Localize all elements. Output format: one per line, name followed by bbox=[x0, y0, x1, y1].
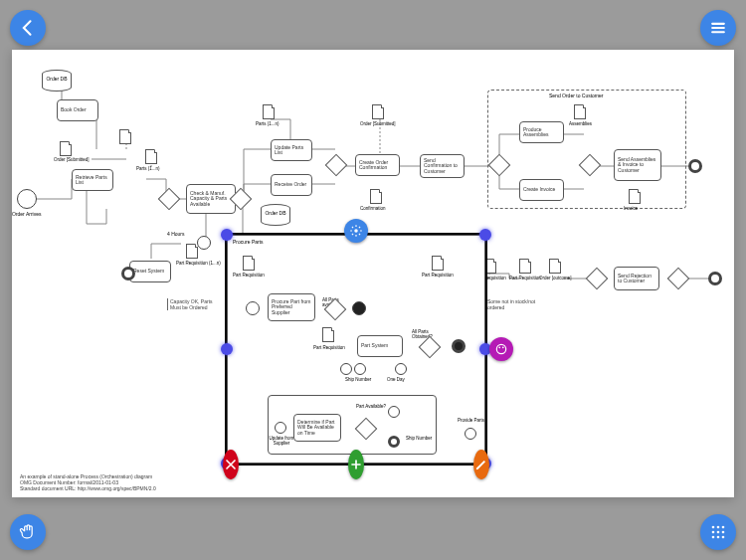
subsub-task-determine[interactable]: Determine if Part Will Be Available on T… bbox=[293, 414, 341, 442]
label: Invoice bbox=[624, 206, 638, 211]
data-invoice[interactable] bbox=[629, 189, 641, 204]
annotation-capacity: Capacity OK, Parts Must be Ordered bbox=[167, 298, 217, 310]
svg-point-5 bbox=[722, 531, 725, 534]
data-order-submitted[interactable] bbox=[60, 141, 72, 156]
task-create-invoice[interactable]: Create Invoice bbox=[519, 179, 564, 201]
label: Part Available? bbox=[356, 404, 386, 409]
data-assemblies[interactable] bbox=[574, 104, 586, 119]
svg-point-4 bbox=[717, 531, 720, 534]
data-part-req-bottom[interactable] bbox=[484, 259, 496, 274]
task-send-rejection[interactable]: Send Rejection to Customer bbox=[614, 267, 659, 290]
group-label: Send Order to Customer bbox=[549, 93, 603, 98]
subsub-end-no[interactable] bbox=[388, 436, 400, 448]
data-confirmation[interactable] bbox=[370, 189, 382, 204]
data-parts-1n[interactable] bbox=[145, 149, 157, 164]
text: Update Parts List bbox=[275, 145, 308, 156]
task-check-manuf[interactable]: Check & Manuf. Capacity & Parts Availabl… bbox=[186, 184, 236, 214]
task-receive-order[interactable]: Receive Order bbox=[271, 174, 312, 196]
menu-button[interactable] bbox=[700, 10, 736, 46]
text: Retrieve Parts List bbox=[76, 175, 109, 186]
text: Reset System bbox=[133, 269, 164, 275]
sub-end-avail[interactable] bbox=[352, 301, 366, 315]
sub-gateway-obtained[interactable] bbox=[419, 336, 442, 359]
data-order-outcome[interactable] bbox=[549, 259, 561, 274]
label: Part Requisition bbox=[509, 276, 541, 280]
label: Part Requisition bbox=[233, 273, 265, 278]
end-event-reset[interactable] bbox=[121, 267, 135, 280]
data-part-req[interactable] bbox=[186, 244, 198, 259]
end-event-sent[interactable] bbox=[688, 159, 702, 173]
hand-icon bbox=[18, 522, 38, 542]
start-event[interactable] bbox=[17, 189, 37, 209]
task-book-order[interactable]: Book Order bbox=[57, 99, 98, 121]
datastore-order-db-2[interactable]: Order DB bbox=[261, 204, 290, 226]
timer-label: 4 Hours bbox=[167, 231, 185, 237]
svg-point-0 bbox=[712, 526, 715, 529]
sub-end-obtained[interactable] bbox=[452, 339, 466, 353]
data-part-req-bottom-2[interactable] bbox=[519, 259, 531, 274]
data-parts[interactable] bbox=[119, 129, 131, 144]
annotation-some-not: Some not in stock/not ordered bbox=[484, 298, 539, 310]
label: Order [Submitted] bbox=[360, 121, 396, 126]
text: Send Confirmation to Customer bbox=[424, 158, 461, 175]
footnote: An example of stand-alone Process (Orche… bbox=[20, 473, 156, 491]
back-button[interactable] bbox=[10, 10, 46, 46]
task-reset-system[interactable]: Reset System bbox=[129, 261, 171, 282]
bpmn-diagram: Order DB Order Arrives Book Order Retrie… bbox=[12, 50, 734, 497]
sub-timer-oneday[interactable] bbox=[395, 363, 407, 375]
sub-data-part-req-r[interactable] bbox=[432, 256, 444, 271]
sub-start[interactable] bbox=[246, 301, 260, 315]
text: Order DB bbox=[46, 76, 67, 82]
text: Procure Part from Preferred Supplier bbox=[272, 299, 311, 316]
data-order-submitted-2[interactable] bbox=[372, 104, 384, 119]
text: Order DB bbox=[265, 210, 285, 216]
text: Check & Manuf. Capacity & Parts Availabl… bbox=[190, 191, 232, 208]
sub-data-req[interactable] bbox=[243, 256, 255, 271]
sub-task-procure-pref[interactable]: Procure Part from Preferred Supplier bbox=[268, 293, 315, 321]
svg-point-2 bbox=[722, 526, 725, 529]
subsub-end-yes[interactable] bbox=[388, 406, 400, 418]
subsub-start[interactable] bbox=[275, 422, 286, 434]
task-produce-assy[interactable]: Produce Assemblies bbox=[519, 121, 564, 143]
menu-icon bbox=[708, 18, 728, 38]
start-event-label: Order Arrives bbox=[12, 211, 41, 217]
svg-point-3 bbox=[712, 531, 715, 534]
diagram-canvas[interactable]: Order DB Order Arrives Book Order Retrie… bbox=[12, 50, 734, 497]
subsub-gateway[interactable] bbox=[355, 418, 378, 441]
end-event-reject[interactable] bbox=[708, 272, 722, 285]
svg-point-8 bbox=[722, 536, 725, 539]
label: Part Requisition bbox=[422, 273, 454, 278]
grid-button[interactable] bbox=[700, 514, 736, 550]
label: Confirmation bbox=[360, 206, 386, 211]
sub-msg-event[interactable] bbox=[340, 363, 352, 375]
text: Create Order Confirmation bbox=[359, 160, 396, 171]
text: Part System bbox=[361, 343, 388, 349]
grid-icon bbox=[708, 522, 728, 542]
data-parts-mid[interactable] bbox=[263, 104, 275, 119]
task-retrieve-parts[interactable]: Retrieve Parts List bbox=[72, 169, 113, 191]
svg-point-1 bbox=[717, 526, 720, 529]
datastore-order-db[interactable]: Order DB bbox=[42, 70, 72, 92]
svg-point-7 bbox=[717, 536, 720, 539]
timer-event[interactable] bbox=[197, 236, 211, 250]
task-create-conf[interactable]: Create Order Confirmation bbox=[355, 154, 400, 176]
subprocess-procure-parts[interactable]: Procure Parts Part Requisition Procure P… bbox=[227, 235, 485, 464]
task-send-conf[interactable]: Send Confirmation to Customer bbox=[420, 154, 465, 178]
text: Determine if Part Will Be Available on T… bbox=[297, 420, 337, 437]
hand-tool-button[interactable] bbox=[10, 514, 46, 550]
text: Book Order bbox=[61, 107, 87, 113]
sub-task-part-system[interactable]: Part System bbox=[357, 335, 403, 357]
sub-timer[interactable] bbox=[354, 363, 366, 375]
sub-data-part-req[interactable] bbox=[322, 327, 334, 342]
text: Receive Order bbox=[275, 182, 306, 188]
subprocess-label: Procure Parts bbox=[233, 239, 264, 245]
catch-event-provide-parts[interactable] bbox=[465, 428, 476, 440]
label: Part Requisition bbox=[313, 345, 345, 350]
task-update-parts[interactable]: Update Parts List bbox=[271, 139, 312, 161]
label: Ship Number bbox=[345, 377, 371, 382]
label: Parts (1...n) bbox=[256, 121, 280, 126]
sub-subprocess[interactable]: Update from Supplier Determine if Part W… bbox=[268, 395, 437, 455]
task-send-assy-inv[interactable]: Send Assemblies & Invoice to Customer bbox=[614, 149, 661, 181]
label: Parts (1...n) bbox=[136, 166, 160, 171]
svg-point-6 bbox=[712, 536, 715, 539]
